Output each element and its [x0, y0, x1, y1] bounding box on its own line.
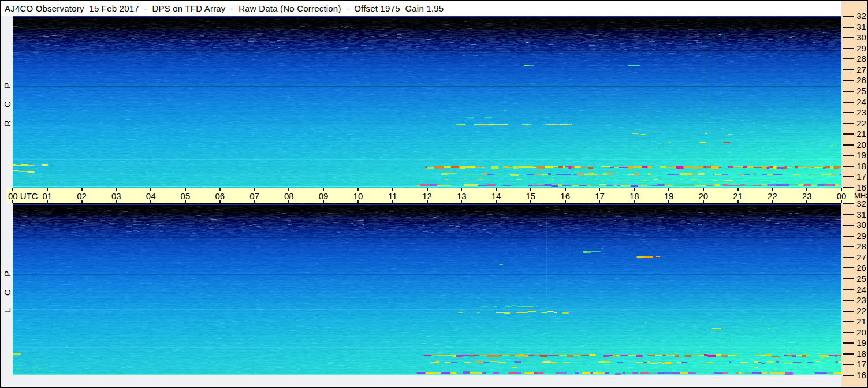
time-label: 17 — [591, 191, 608, 201]
freq-tick — [843, 278, 854, 279]
freq-tick — [843, 375, 854, 376]
freq-tick — [843, 214, 854, 215]
rcp-panel-label: R C P — [1, 16, 13, 188]
freq-tick — [843, 300, 854, 301]
freq-tick — [843, 27, 854, 28]
freq-tick — [843, 257, 854, 258]
freq-label: 18 — [855, 349, 867, 359]
freq-label: 18 — [855, 161, 867, 171]
freq-label: 30 — [855, 220, 867, 230]
freq-label: 29 — [855, 231, 867, 241]
freq-label: 31 — [855, 210, 867, 219]
freq-tick — [843, 321, 854, 322]
freq-axis-unit-label: MHz — [854, 191, 868, 200]
freq-tick — [843, 342, 854, 344]
time-label: 15 — [522, 191, 539, 201]
freq-tick — [843, 236, 854, 237]
freq-tick — [843, 311, 854, 312]
time-axis-end-label: 00 — [833, 191, 850, 201]
time-axis-origin-label: 00 UTC — [8, 191, 38, 201]
freq-tick — [843, 155, 854, 156]
freq-label: 17 — [855, 359, 867, 369]
time-label: 05 — [177, 191, 194, 201]
freq-label: 25 — [855, 274, 867, 283]
freq-tick — [843, 246, 854, 247]
freq-tick — [843, 16, 854, 17]
freq-label: 24 — [855, 285, 867, 294]
time-label: 03 — [107, 191, 125, 201]
freq-label: 24 — [855, 97, 867, 107]
freq-label: 29 — [855, 43, 867, 53]
freq-tick — [843, 166, 854, 167]
lcp-panel-label: L C P — [1, 203, 13, 375]
time-label: 23 — [798, 191, 815, 201]
freq-tick — [843, 133, 854, 135]
time-label: 18 — [625, 191, 643, 201]
time-label: 04 — [142, 191, 159, 201]
freq-tick — [843, 102, 854, 103]
freq-label: 26 — [855, 75, 867, 85]
freq-label: 23 — [855, 107, 867, 117]
freq-label: 27 — [855, 65, 867, 74]
time-label: 16 — [557, 191, 574, 201]
freq-label: 28 — [855, 241, 867, 251]
freq-tick — [843, 48, 854, 49]
freq-label: 32 — [855, 11, 867, 21]
freq-tick — [843, 187, 854, 188]
page-title: AJ4CO Observatory 15 Feb 2017 - DPS on T… — [5, 3, 444, 13]
rcp-spectrogram-canvas — [13, 16, 841, 188]
freq-label: 28 — [855, 54, 867, 64]
freq-tick — [843, 69, 854, 70]
time-label: 19 — [660, 191, 677, 201]
time-label: 09 — [315, 191, 332, 201]
lcp-spectrogram-canvas — [13, 203, 841, 375]
time-label: 12 — [419, 191, 436, 201]
time-label: 20 — [695, 191, 712, 201]
freq-tick — [843, 203, 854, 204]
freq-label: 26 — [855, 263, 867, 273]
freq-label: 27 — [855, 252, 867, 262]
freq-tick — [843, 332, 854, 333]
time-label: 01 — [39, 191, 56, 201]
freq-tick — [843, 91, 854, 92]
time-label: 13 — [453, 191, 470, 201]
freq-tick — [843, 112, 854, 113]
time-label: 07 — [246, 191, 263, 201]
freq-tick — [843, 225, 854, 226]
freq-tick — [843, 123, 854, 124]
freq-label: 25 — [855, 86, 867, 96]
freq-tick — [843, 144, 854, 146]
freq-label: 20 — [855, 140, 867, 150]
freq-label: 22 — [855, 118, 867, 128]
time-axis: 00 UTC0102030405060708091011121314151617… — [7, 188, 855, 203]
freq-tick — [843, 176, 854, 177]
time-label: 06 — [211, 191, 229, 201]
freq-label: 21 — [855, 129, 867, 139]
time-label: 08 — [280, 191, 297, 201]
freq-tick — [843, 353, 854, 355]
freq-label: 16 — [855, 370, 867, 380]
title-bar: AJ4CO Observatory 15 Feb 2017 - DPS on T… — [1, 1, 841, 16]
freq-label: 22 — [855, 306, 867, 316]
freq-label: 23 — [855, 295, 867, 305]
freq-label: 32 — [855, 199, 867, 208]
freq-label: 17 — [855, 171, 867, 181]
freq-label: 20 — [855, 327, 867, 337]
time-label: 22 — [763, 191, 781, 201]
time-label: 21 — [729, 191, 747, 201]
freq-label: 30 — [855, 32, 867, 42]
freq-label: 19 — [855, 338, 867, 348]
freq-tick — [843, 289, 854, 290]
freq-tick — [843, 80, 854, 81]
time-label: 02 — [73, 191, 91, 201]
time-label: 11 — [384, 191, 401, 201]
freq-tick — [843, 58, 854, 59]
freq-label: 19 — [855, 150, 867, 160]
freq-tick — [843, 364, 854, 365]
freq-tick — [843, 267, 854, 268]
freq-tick — [843, 37, 854, 38]
time-label: 14 — [487, 191, 505, 201]
window-background: AJ4CO Observatory 15 Feb 2017 - DPS on T… — [1, 1, 867, 387]
time-label: 10 — [349, 191, 367, 201]
spectrograph-window: AJ4CO Observatory 15 Feb 2017 - DPS on T… — [0, 0, 868, 388]
